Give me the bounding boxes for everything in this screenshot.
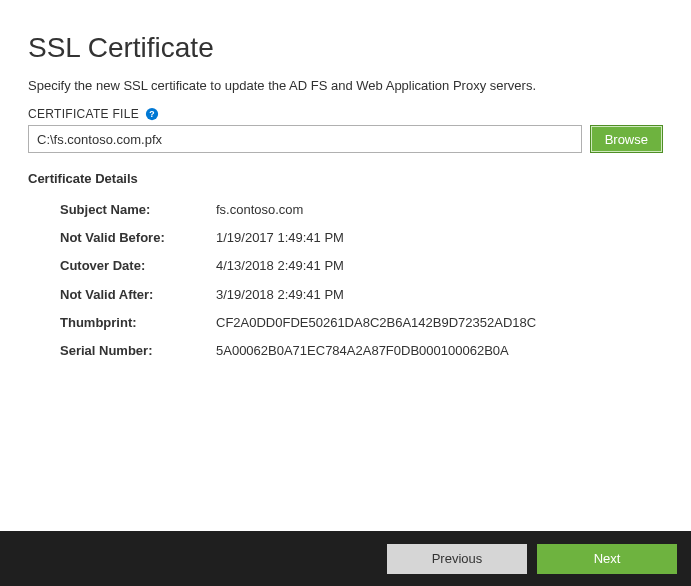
- detail-value: 3/19/2018 2:49:41 PM: [216, 286, 663, 304]
- detail-value: fs.contoso.com: [216, 201, 663, 219]
- detail-row: Subject Name: fs.contoso.com: [60, 196, 663, 224]
- page-description: Specify the new SSL certificate to updat…: [28, 78, 663, 93]
- detail-label: Thumbprint:: [60, 314, 216, 332]
- next-button[interactable]: Next: [537, 544, 677, 574]
- svg-text:?: ?: [149, 109, 154, 119]
- detail-row: Thumbprint: CF2A0DD0FDE50261DA8C2B6A142B…: [60, 309, 663, 337]
- detail-value: CF2A0DD0FDE50261DA8C2B6A142B9D72352AD18C: [216, 314, 663, 332]
- detail-row: Not Valid Before: 1/19/2017 1:49:41 PM: [60, 224, 663, 252]
- detail-label: Not Valid Before:: [60, 229, 216, 247]
- detail-value: 4/13/2018 2:49:41 PM: [216, 257, 663, 275]
- wizard-footer: Previous Next: [0, 531, 691, 586]
- help-icon[interactable]: ?: [145, 107, 159, 121]
- previous-button[interactable]: Previous: [387, 544, 527, 574]
- detail-label: Not Valid After:: [60, 286, 216, 304]
- certificate-file-input[interactable]: [28, 125, 582, 153]
- certificate-details-heading: Certificate Details: [28, 171, 663, 186]
- detail-row: Cutover Date: 4/13/2018 2:49:41 PM: [60, 252, 663, 280]
- detail-value: 5A00062B0A71EC784A2A87F0DB000100062B0A: [216, 342, 663, 360]
- detail-row: Serial Number: 5A00062B0A71EC784A2A87F0D…: [60, 337, 663, 365]
- detail-row: Not Valid After: 3/19/2018 2:49:41 PM: [60, 281, 663, 309]
- page-title: SSL Certificate: [28, 32, 663, 64]
- detail-value: 1/19/2017 1:49:41 PM: [216, 229, 663, 247]
- detail-label: Cutover Date:: [60, 257, 216, 275]
- certificate-details: Subject Name: fs.contoso.com Not Valid B…: [60, 196, 663, 365]
- browse-button[interactable]: Browse: [590, 125, 663, 153]
- detail-label: Serial Number:: [60, 342, 216, 360]
- detail-label: Subject Name:: [60, 201, 216, 219]
- certificate-file-label: CERTIFICATE FILE: [28, 107, 139, 121]
